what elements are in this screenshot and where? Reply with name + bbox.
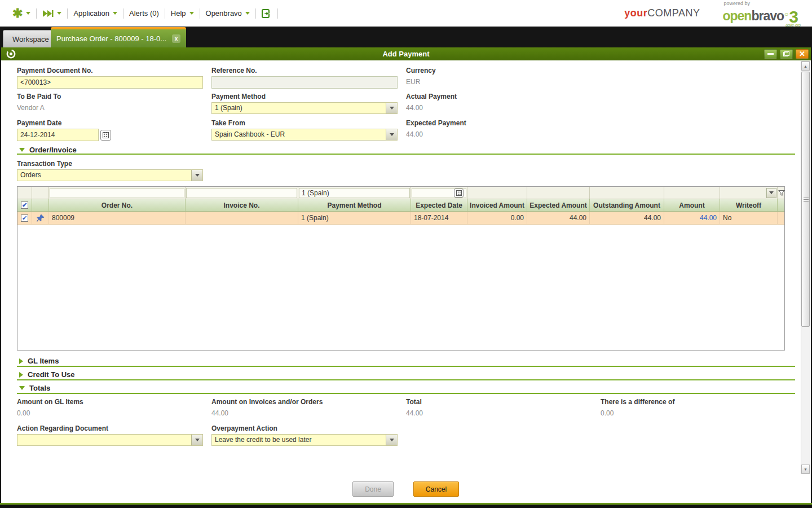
payment-method-select[interactable]: 1 (Spain) [211,102,398,114]
cell-writeoff: No [720,212,778,224]
column-header-order-no[interactable]: Order No. [49,199,186,211]
help-menu-label: Help [171,9,186,17]
chevron-down-icon [245,12,250,15]
select-all-checkbox[interactable]: ✔ [21,202,28,209]
filter-expected-date[interactable] [411,187,467,199]
chevron-down-icon [390,133,394,136]
action-regarding-document-value [17,435,191,445]
difference-value: 0.00 [601,409,674,417]
filter-expected-amount[interactable] [527,187,590,199]
take-from-label: Take From [211,119,398,127]
scroll-down-button[interactable]: ▼ [801,465,810,474]
tab-purchase-order[interactable]: Purchase Order - 800009 - 18-0... x [51,27,186,47]
payment-date-label: Payment Date [17,119,203,127]
transaction-type-dropdown-button[interactable] [191,170,202,181]
tab-close-icon[interactable]: x [172,34,180,43]
transaction-type-select[interactable]: Orders [17,169,203,181]
take-from-value: Spain Cashbook - EUR [212,129,386,140]
cell-expected-amount: 44.00 [527,212,590,224]
payment-method-dropdown-button[interactable] [386,103,397,113]
filter-payment-method-value: 1 (Spain) [299,188,410,198]
logout-button[interactable] [256,6,277,21]
application-menu[interactable]: Application [68,6,123,21]
pin-header-cell [32,199,49,211]
add-payment-dialog: Payment Document No. Reference No. Curre… [1,60,811,503]
filter-invoiced-amount[interactable] [467,187,527,199]
row-checkbox[interactable]: ✔ [21,214,28,222]
openbravo-logo-dot: ○ [784,10,788,18]
chevron-down-icon [390,439,394,441]
cancel-button[interactable]: Cancel [413,481,459,497]
toolbar-divider [277,8,278,19]
close-button[interactable]: ✕ [796,49,809,59]
done-button[interactable]: Done [352,481,394,497]
order-invoice-grid: 1 (Spain) ✔ Order No. [17,186,785,351]
help-menu[interactable]: Help [165,6,200,21]
take-from-select[interactable]: Spain Cashbook - EUR [211,129,398,141]
filter-amount[interactable] [664,187,720,199]
filter-order-no[interactable] [49,187,186,199]
payment-document-no-input[interactable] [17,76,203,89]
minimize-button[interactable] [764,49,777,59]
total-value: 44.00 [406,409,423,417]
tab-strip: Workspace Purchase Order - 800009 - 18-0… [0,27,812,47]
overpayment-action-select[interactable]: Leave the credit to be used later [211,434,398,446]
scroll-up-button[interactable]: ▲ [801,62,810,71]
cell-payment-method: 1 (Spain) [298,212,411,224]
payment-date-calendar-button[interactable] [100,130,111,141]
restore-button[interactable] [780,49,793,59]
reference-no-input[interactable] [211,76,398,89]
column-header-expected-amount[interactable]: Expected Amount [527,199,590,211]
top-toolbar: ✱ Application Alerts (0) Help Openbravo [0,0,812,27]
column-header-amount[interactable]: Amount [664,199,720,211]
filter-outstanding-amount[interactable] [590,187,664,199]
filter-checkbox-cell [17,187,32,199]
chevron-down-icon [390,107,394,110]
funnel-icon [778,190,785,196]
cell-amount-editable[interactable]: 44.00 [664,212,720,224]
column-header-invoice-no[interactable]: Invoice No. [186,199,298,211]
action-regarding-dropdown-button[interactable] [191,435,202,445]
section-order-invoice[interactable]: Order/Invoice [19,146,77,154]
currency-value: EUR [406,78,436,86]
user-menu[interactable]: Openbravo [200,6,255,21]
filter-payment-method[interactable]: 1 (Spain) [298,187,411,199]
column-header-invoiced-amount[interactable]: Invoiced Amount [467,199,527,211]
scrollbar-grip-icon [804,198,809,202]
create-new-menu[interactable]: ✱ [7,6,36,21]
overpayment-dropdown-button[interactable] [386,435,397,445]
tab-workspace[interactable]: Workspace [3,30,59,47]
section-gl-items[interactable]: GL Items [19,357,59,365]
filter-dropdown-button[interactable] [766,188,776,198]
amount-invoices-orders-label: Amount on Invoices and/or Orders [211,398,323,406]
chevron-down-icon [195,439,200,441]
filter-funnel-button[interactable] [778,187,785,199]
calendar-icon [456,190,462,196]
overpayment-action-value: Leave the credit to be used later [212,435,386,445]
filter-date-calendar-button[interactable] [454,189,464,198]
section-totals[interactable]: Totals [19,384,50,392]
column-header-outstanding-amount[interactable]: Outstanding Amount [590,199,664,211]
chevron-down-icon [195,174,200,177]
take-from-dropdown-button[interactable] [386,129,397,140]
action-regarding-document-select[interactable] [17,434,203,446]
column-header-writeoff[interactable]: Writeoff [720,199,778,211]
column-header-expected-date[interactable]: Expected Date [411,199,467,211]
column-header-payment-method[interactable]: Payment Method [298,199,411,211]
payment-method-label: Payment Method [211,93,398,100]
calendar-icon [103,132,109,138]
pushpin-icon[interactable] [36,214,45,222]
table-row[interactable]: ✔ 800009 1 (Spain) 18-07-2014 0.00 44.00… [17,212,784,225]
collapse-triangle-icon [19,148,25,152]
section-credit-to-use[interactable]: Credit To Use [19,370,75,379]
dialog-scrollbar[interactable]: ▲ ▼ [801,61,810,474]
user-menu-label: Openbravo [206,9,242,17]
filter-invoice-no[interactable] [186,187,298,199]
company-logo: yourCOMPANY [624,7,700,19]
recent-views-menu[interactable] [37,6,67,21]
openbravo-logo-three: 3 [789,10,798,24]
scrollbar-thumb[interactable] [801,72,810,327]
payment-date-input[interactable] [17,129,99,141]
payment-document-no-label: Payment Document No. [17,67,203,75]
alerts-menu[interactable]: Alerts (0) [123,6,165,21]
